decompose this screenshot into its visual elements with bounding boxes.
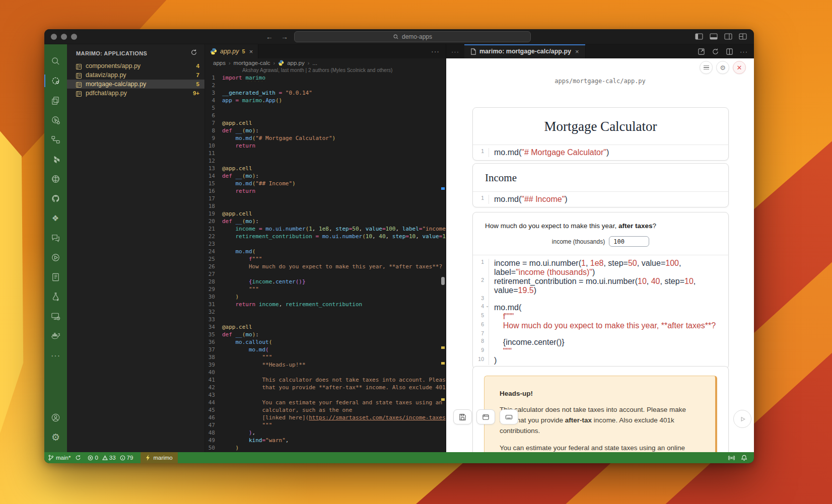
more-icon[interactable]: ···	[44, 346, 67, 366]
code-line: 29 """	[205, 285, 446, 293]
tab-overflow-more[interactable]: ···	[446, 44, 464, 58]
open-browser-button[interactable]	[476, 409, 495, 424]
forward-button[interactable]: →	[281, 32, 288, 41]
bell-icon[interactable]	[741, 455, 747, 461]
code-line: 6	[205, 112, 446, 119]
maximize-window-button[interactable]	[71, 34, 77, 40]
code-line: 50 )	[205, 444, 446, 452]
breadcrumb-item[interactable]: apps	[213, 60, 226, 66]
run-circle-icon[interactable]	[44, 248, 67, 267]
shutdown-button[interactable]: ✕	[733, 61, 746, 74]
code-line: 4app = marimo.App()	[205, 97, 446, 104]
close-icon[interactable]: ×	[249, 48, 253, 55]
docker-icon[interactable]	[44, 326, 67, 346]
webhook-icon[interactable]	[44, 169, 67, 189]
tab-app-py[interactable]: app.py 5 ×	[205, 44, 258, 58]
income-input-label: income (thousands)	[552, 238, 605, 245]
fold-icon[interactable]: ⌄	[486, 304, 489, 308]
breadcrumb-item[interactable]: app.py	[287, 60, 305, 66]
search-icon[interactable]	[44, 51, 67, 71]
panel-left-icon[interactable]	[695, 33, 703, 40]
open-external-icon[interactable]	[698, 48, 705, 55]
notebook-icon[interactable]	[44, 267, 67, 287]
code-line: 33	[205, 316, 446, 323]
lightning-icon	[146, 455, 151, 461]
refresh-icon[interactable]	[712, 48, 719, 55]
scrollbar-thumb[interactable]	[441, 277, 445, 285]
breadcrumb-item[interactable]: mortgage-calc	[234, 60, 270, 66]
back-button[interactable]: ←	[266, 32, 273, 41]
run-all-button[interactable]	[733, 410, 751, 428]
cell-card-income: Income 1mo.md("## Income")	[472, 163, 729, 207]
activity-bar: ❖ ··· ⚙	[44, 44, 67, 452]
menu-icon	[704, 65, 709, 70]
save-button[interactable]	[453, 409, 472, 424]
command-center-search[interactable]: demo-apps	[294, 31, 531, 42]
code-line: 45 calculator, such as the one	[205, 406, 446, 414]
terraform-icon[interactable]	[44, 150, 67, 169]
breadcrumb[interactable]: apps› mortgage-calc› app.py› ...	[205, 58, 446, 67]
code-line: 16 return	[205, 187, 446, 195]
code-line: 35def __(mo):	[205, 331, 446, 338]
code-line: 43	[205, 391, 446, 399]
minimize-window-button[interactable]	[61, 34, 67, 40]
income-number-input[interactable]	[609, 236, 649, 247]
app-file-path: apps/mortgage-calc/app.py	[446, 78, 754, 85]
code-line: 26 How much do you expect to make this y…	[205, 263, 446, 270]
marimo-status-item[interactable]: marimo	[141, 452, 177, 463]
panel-bottom-icon[interactable]	[710, 33, 718, 40]
code-editor[interactable]: 1import marimo23__generated_with = "0.0.…	[205, 74, 446, 452]
comments-icon[interactable]	[44, 228, 67, 248]
test-explorer-icon[interactable]	[44, 287, 67, 307]
breadcrumb-item[interactable]: ...	[312, 60, 317, 66]
editor-group: app.py 5 × ··· apps› mortgage-calc› app.…	[205, 44, 446, 452]
editor-tabbar: app.py 5 × ···	[205, 44, 446, 58]
sidebar-file-item[interactable]: pdfchat/app.py9+	[67, 89, 204, 98]
keyboard-shortcuts-button[interactable]	[500, 409, 518, 424]
preview-code-line: 8 {income.center()}	[473, 338, 728, 347]
sidebar-file-item[interactable]: dataviz/app.py7	[67, 70, 204, 80]
file-list: components/app.py4dataviz/app.py7mortgag…	[67, 61, 204, 98]
account-icon[interactable]	[44, 408, 67, 427]
copy-files-icon[interactable]	[44, 91, 67, 110]
marimo-webview: ⚙ ✕ apps/mortgage-calc/app.py Mortgage C…	[446, 58, 754, 452]
traffic-lights[interactable]	[51, 34, 77, 40]
code-line: 22 retirement_contribution = mo.ui.numbe…	[205, 233, 446, 240]
marimo-explorer-icon[interactable]	[44, 71, 67, 91]
search-value: demo-apps	[402, 33, 432, 40]
menu-button[interactable]	[700, 61, 713, 74]
cell-code[interactable]: 1mo.md("## Income")	[473, 192, 728, 207]
split-editor-icon[interactable]	[726, 48, 733, 55]
preview-code-line: 1mo.md("## Income")	[473, 195, 728, 204]
refresh-icon[interactable]	[190, 49, 197, 58]
cell-code[interactable]: 1mo.md("# Mortgage Calculator")	[473, 145, 728, 160]
browser-window-icon	[482, 413, 490, 421]
extensions-diamonds-icon[interactable]: ❖	[44, 208, 67, 228]
close-window-button[interactable]	[51, 34, 57, 40]
panel-right-icon[interactable]	[724, 33, 732, 40]
cell-code[interactable]: 1income = mo.ui.number(1, 1e8, step=50, …	[473, 255, 728, 369]
tab-marimo-preview[interactable]: marimo: mortgage-calc/app.py ×	[464, 44, 586, 58]
overview-ruler-mark	[441, 346, 445, 349]
diagnostics-item[interactable]: 0 33 79	[85, 452, 138, 463]
search-icon	[393, 34, 399, 40]
more-icon[interactable]: ···	[740, 48, 748, 55]
git-branch-item[interactable]: main*	[44, 452, 85, 463]
sidebar-file-item[interactable]: mortgage-calc/app.py5	[67, 80, 204, 89]
python-icon	[210, 48, 217, 55]
sidebar-file-item[interactable]: components/app.py4	[67, 61, 204, 70]
remote-monitor-icon[interactable]	[44, 307, 67, 326]
code-line: 14def __(mo):	[205, 172, 446, 180]
run-inspect-icon[interactable]	[44, 110, 67, 130]
code-line: 17	[205, 195, 446, 202]
titlebar: ← → demo-apps	[44, 29, 754, 44]
settings-button[interactable]: ⚙	[716, 61, 729, 74]
close-icon[interactable]: ×	[575, 48, 579, 55]
editor-more-actions[interactable]: ···	[431, 44, 446, 58]
code-line: 3__generated_with = "0.0.14"	[205, 89, 446, 97]
settings-gear-icon[interactable]: ⚙	[44, 427, 67, 447]
broadcast-icon[interactable]	[728, 455, 735, 461]
layout-customize-icon[interactable]	[739, 33, 747, 40]
github-icon[interactable]	[44, 189, 67, 208]
components-icon[interactable]	[44, 130, 67, 150]
